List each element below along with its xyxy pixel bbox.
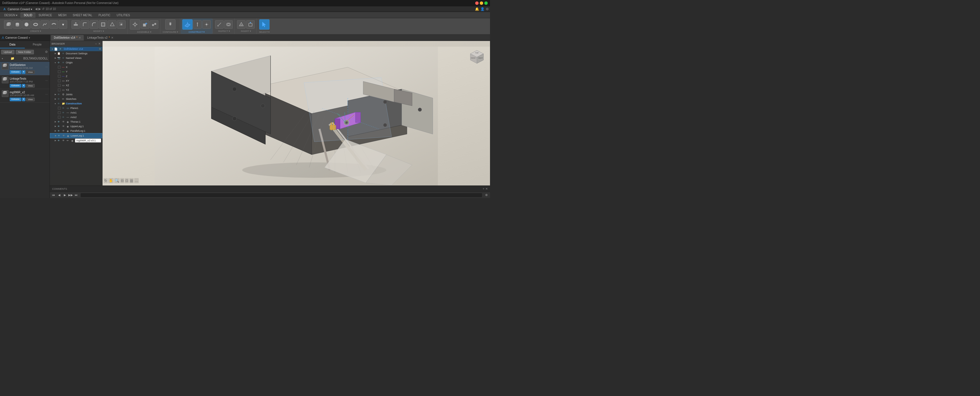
minimize-button[interactable] [480, 2, 483, 5]
nav-zoom-out-icon[interactable]: ⊟ [120, 178, 124, 183]
tab-design[interactable]: DESIGN ▾ [1, 13, 21, 18]
tab-solid[interactable]: SOLID [21, 13, 35, 18]
tree-upperleg-eye[interactable]: 👁 [57, 124, 61, 128]
timeline-bar[interactable] [81, 193, 482, 197]
viewport-3d[interactable]: TOP RIGHT FRONT ↻ ✋ 🔍 ⊟ ⊡ [103, 47, 490, 185]
doc-linkagetests-badge-dropdown[interactable]: ▾ [22, 84, 25, 88]
vp-tab-dollskeleton-close[interactable]: ✕ [79, 36, 81, 39]
tree-item-origin[interactable]: ▼ ✛ 👁 Origin [50, 60, 102, 65]
tree-doc-settings-eye[interactable]: 👁 [61, 51, 65, 55]
create-torus-button[interactable] [31, 20, 40, 29]
doc-linkagetests-badge[interactable]: Editable [10, 84, 21, 88]
tree-thorax-eye[interactable]: 👁 [57, 120, 61, 124]
tree-parallelleg-eye[interactable]: 👁 [57, 129, 61, 133]
tree-item-lowerleg[interactable]: ▶ 👁 👁 ◈ LowerLeg:1 [50, 133, 102, 138]
tree-item-axis2[interactable]: 👁 — Axis2 [50, 115, 102, 119]
browser-close-icon[interactable]: ✕ [98, 42, 100, 45]
tree-axis2-checkbox[interactable] [58, 116, 61, 119]
tree-item-parallelleg[interactable]: ▶ 👁 👁 ◈ ParallelLeg:1 [50, 128, 102, 133]
page-back-icon[interactable]: ◀ [35, 7, 37, 11]
doc-item-linkagetests[interactable]: LinkageTests 10/17/2024 7:15 PM … Editab… [0, 75, 49, 89]
tree-plane-xz-checkbox[interactable] [58, 84, 61, 87]
tree-root-settings-icon[interactable]: ⚙ [99, 48, 101, 50]
tree-item-root[interactable]: ▼ 📄 👁 DollSkeleton v14 ⚙ [50, 47, 102, 51]
doc-item-mg996r[interactable]: mg996R_v2 10/19/2024 10:05 AM … Editable… [0, 89, 49, 103]
tab-people[interactable]: People [25, 41, 49, 48]
tab-data[interactable]: Data [0, 41, 25, 48]
tree-item-axis-z[interactable]: — Z [50, 74, 102, 79]
page-forward-icon[interactable]: ▶ [38, 7, 41, 11]
construct-plane-button[interactable] [182, 19, 192, 30]
modify-scale-button[interactable] [117, 20, 126, 29]
tree-item-upperleg[interactable]: ▶ 👁 👁 ◈ UpperLeg:1 [50, 124, 102, 128]
create-more-button[interactable]: ▾ [59, 20, 67, 29]
tree-plane1-eye[interactable]: 👁 [61, 106, 65, 110]
select-button[interactable] [259, 19, 269, 30]
tree-axis-x-checkbox[interactable] [58, 66, 61, 68]
tree-item-doc-settings[interactable]: ▶ 📋 👁 Document Settings [50, 51, 102, 56]
inspect-measure-button[interactable] [215, 20, 224, 29]
viewcube[interactable]: TOP RIGHT FRONT [469, 49, 488, 67]
new-folder-button[interactable]: New Folder [16, 50, 34, 54]
create-cylinder-button[interactable] [13, 20, 22, 29]
inspect-interference-button[interactable] [224, 20, 233, 29]
modify-draft-button[interactable] [108, 20, 116, 29]
tree-lowerleg-eye[interactable]: 👁 [57, 134, 61, 138]
tree-item-construction[interactable]: ▼ 👁 📁 Construction [50, 101, 102, 106]
modify-press-pull-button[interactable] [72, 20, 80, 29]
nav-pan-icon[interactable]: ✋ [108, 178, 114, 183]
tree-axis2-eye[interactable]: 👁 [61, 115, 65, 119]
vp-tab-dollskeleton[interactable]: DollSkeleton v14 * ✕ [51, 35, 84, 41]
timeline-end-button[interactable]: ⏭ [74, 193, 79, 198]
browser-expand-icon[interactable]: ↔ [95, 42, 97, 45]
tree-axis1-eye[interactable]: 👁 [61, 111, 65, 115]
doc-dollskeleton-badge-dropdown[interactable]: ▾ [22, 70, 25, 74]
tree-plane-yz-checkbox[interactable] [58, 89, 61, 91]
comments-close-icon[interactable]: ✕ [485, 187, 488, 190]
insert-svg-button[interactable] [246, 20, 255, 29]
page-refresh-icon[interactable]: ↺ [42, 7, 45, 11]
nav-fit-icon[interactable]: ⊡ [125, 178, 129, 183]
tree-item-axis-x[interactable]: — X [50, 65, 102, 70]
tree-construction-eye[interactable]: 👁 [57, 101, 61, 106]
tree-root-eye-icon[interactable]: 👁 [59, 47, 62, 51]
create-sphere-button[interactable] [22, 20, 31, 29]
comments-expand-icon[interactable]: + [483, 187, 484, 190]
settings-icon[interactable]: ⚙ [486, 7, 489, 11]
vp-tab-linkagetests-close[interactable]: ✕ [111, 36, 113, 39]
tab-utilities[interactable]: UTILITIES [114, 13, 133, 18]
tree-item-plane-xz[interactable]: ▭ XZ [50, 83, 102, 88]
account-icon[interactable]: 👤 [480, 7, 485, 11]
modify-chamfer-button[interactable] [90, 20, 98, 29]
create-box-button[interactable] [4, 20, 13, 29]
nav-zoom-in-icon[interactable]: 🔍 [114, 178, 120, 183]
timeline-start-button[interactable]: ⏮ [51, 193, 56, 198]
tree-origin-eye[interactable]: 👁 [61, 60, 65, 65]
tab-sheet-metal[interactable]: SHEET METAL [70, 13, 95, 18]
upload-button[interactable]: Upload [1, 50, 14, 54]
doc-linkagetests-view-btn[interactable]: View [26, 84, 35, 88]
tab-mesh[interactable]: MESH [55, 13, 70, 18]
create-coil-button[interactable] [40, 20, 49, 29]
create-pipe-button[interactable] [49, 20, 58, 29]
doc-dollskeleton-view-btn[interactable]: View [26, 70, 35, 74]
doc-dollskeleton-badge[interactable]: Editable [10, 70, 21, 74]
timeline-play-button[interactable]: ▶ [62, 193, 67, 198]
tree-item-plane1[interactable]: 👁 ▭ Plane1 [50, 106, 102, 110]
doc-mg996r-badge[interactable]: Editable [10, 98, 21, 101]
tree-item-axis-y[interactable]: — Y [50, 70, 102, 74]
main-viewport[interactable]: BROWSER ↔ ✕ ▼ 📄 👁 DollSkeleton v14 [50, 41, 490, 185]
tab-plastic[interactable]: PLASTIC [95, 13, 114, 18]
sidebar-settings-icon[interactable]: ⚙ [45, 49, 48, 54]
nav-orbit-icon[interactable]: ↻ [104, 178, 108, 183]
tree-mg996r-eye[interactable]: 👁 [57, 139, 61, 143]
tree-sketches-eye[interactable]: 👁 [57, 97, 61, 101]
nav-display-icon[interactable]: ▥ [129, 178, 134, 183]
tree-item-thorax[interactable]: ▶ 👁 👁 ◈ Thorax:1 [50, 119, 102, 124]
user-name[interactable]: Cameron Coward [5, 36, 28, 39]
tree-item-plane-xy[interactable]: ▭ XY [50, 79, 102, 83]
close-button[interactable] [475, 2, 479, 5]
tree-axis-y-checkbox[interactable] [58, 70, 61, 73]
tree-joints-eye[interactable]: 👁 [57, 92, 61, 97]
modify-fillet-button[interactable] [81, 20, 89, 29]
